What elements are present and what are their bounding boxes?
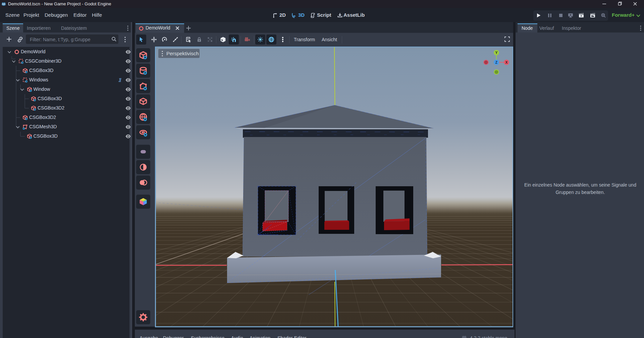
- svg-text:Y: Y: [495, 51, 497, 55]
- svg-text:Perspektivisch: Perspektivisch: [166, 51, 199, 56]
- svg-text:X: X: [505, 60, 507, 64]
- svg-text:Z: Z: [495, 60, 498, 64]
